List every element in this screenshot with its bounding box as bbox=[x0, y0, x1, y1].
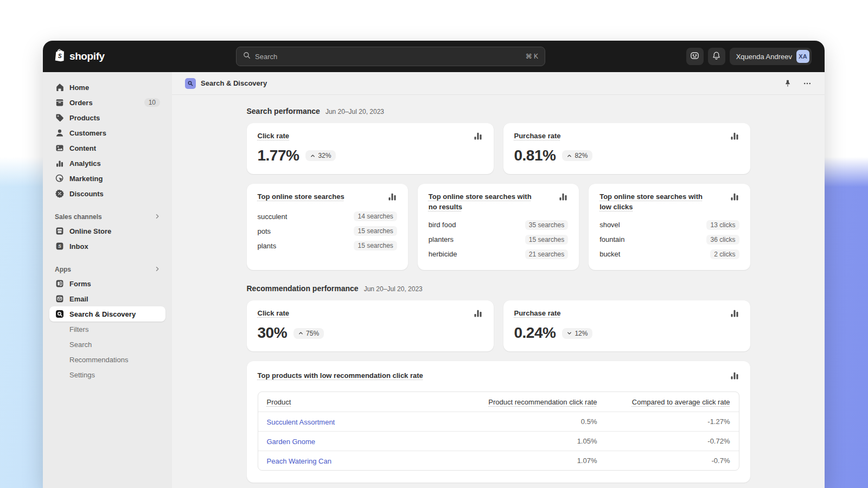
metric-value: 0.81% bbox=[514, 147, 556, 164]
sidekick-button[interactable] bbox=[686, 48, 704, 65]
view-report-icon[interactable] bbox=[730, 309, 739, 320]
sidebar-item-label: Forms bbox=[69, 280, 91, 288]
section-label: Apps bbox=[55, 266, 71, 273]
sidebar-subitem-search[interactable]: Search bbox=[49, 337, 165, 352]
search-term: fountain bbox=[599, 235, 624, 243]
shopify-logo[interactable]: S shopify bbox=[54, 41, 105, 72]
trend-badge: 12% bbox=[562, 328, 592, 339]
view-report-icon[interactable] bbox=[730, 192, 739, 204]
rec-purchase-rate-card: Purchase rate 0.24% 12% bbox=[503, 300, 750, 351]
sidebar-item-online-store[interactable]: Online Store bbox=[49, 223, 165, 239]
target-icon bbox=[55, 174, 65, 183]
search-term-row: herbicide 21 searches bbox=[429, 247, 568, 261]
person-icon bbox=[55, 128, 65, 138]
compared-value: -0.72% bbox=[597, 437, 730, 445]
card-title[interactable]: Top products with low recommendation cli… bbox=[258, 371, 423, 381]
orders-icon bbox=[55, 98, 65, 107]
sidebar-subitem-filters[interactable]: Filters bbox=[49, 322, 165, 337]
sidebar-item-orders[interactable]: Orders 10 bbox=[49, 95, 165, 110]
sidebar-subitem-label: Filters bbox=[69, 325, 88, 333]
search-count: 15 searches bbox=[354, 241, 397, 251]
chevron-right-icon bbox=[155, 213, 160, 221]
arrow-up-icon bbox=[567, 153, 572, 158]
notifications-button[interactable] bbox=[708, 48, 725, 65]
view-report-icon[interactable] bbox=[730, 371, 739, 383]
sidebar-item-label: Customers bbox=[69, 129, 106, 137]
metric-label[interactable]: Purchase rate bbox=[514, 309, 561, 319]
search-term-row: fountain 36 clicks bbox=[599, 232, 739, 247]
arrow-down-icon bbox=[567, 331, 572, 336]
card-title[interactable]: Top online store searches with no result… bbox=[429, 192, 537, 213]
search-term: plants bbox=[258, 242, 277, 250]
card-title[interactable]: Top online store searches bbox=[258, 192, 344, 202]
search-term: bucket bbox=[599, 250, 620, 258]
global-search[interactable]: ⌘ K bbox=[236, 47, 545, 66]
section-title: Recommendation performance bbox=[247, 284, 359, 293]
discount-icon bbox=[55, 189, 65, 198]
search-term: shovel bbox=[599, 221, 620, 229]
product-link[interactable]: Garden Gnome bbox=[267, 438, 316, 446]
search-count: 35 searches bbox=[525, 220, 568, 230]
arrow-up-icon bbox=[310, 153, 315, 158]
sidebar-item-label: Products bbox=[69, 114, 100, 122]
image-icon bbox=[55, 143, 65, 153]
product-link[interactable]: Peach Watering Can bbox=[267, 457, 331, 465]
sidebar-item-search-discovery[interactable]: Search & Discovery bbox=[49, 306, 165, 322]
search-performance-heading: Search performance Jun 20–Jul 20, 2023 bbox=[247, 107, 750, 115]
sidebar-item-email[interactable]: Email bbox=[49, 291, 165, 306]
sidebar-subitem-settings[interactable]: Settings bbox=[49, 367, 165, 382]
chevron-right-icon bbox=[155, 266, 160, 273]
view-report-icon[interactable] bbox=[387, 192, 397, 204]
card-title[interactable]: Top online store searches with low click… bbox=[599, 192, 708, 213]
sidebar-subitem-recommendations[interactable]: Recommendations bbox=[49, 352, 165, 367]
search-input[interactable] bbox=[255, 53, 521, 61]
search-term: pots bbox=[258, 227, 271, 235]
search-shortcut: ⌘ K bbox=[526, 53, 538, 60]
avatar: XA bbox=[796, 50, 809, 63]
click-rate-value: 1.07% bbox=[421, 457, 597, 465]
section-label: Sales channels bbox=[55, 213, 102, 221]
metric-label[interactable]: Click rate bbox=[258, 131, 290, 142]
sidebar-item-customers[interactable]: Customers bbox=[49, 125, 165, 140]
search-discovery-app-icon bbox=[55, 309, 65, 319]
more-actions-button[interactable] bbox=[803, 79, 812, 88]
sidebar-item-forms[interactable]: Forms bbox=[49, 276, 165, 291]
sidebar-item-products[interactable]: Products bbox=[49, 110, 165, 125]
search-term-row: bucket 2 clicks bbox=[599, 247, 739, 261]
sidebar-section-sales-channels[interactable]: Sales channels bbox=[49, 210, 165, 223]
column-header-click-rate[interactable]: Product recommendation click rate bbox=[488, 398, 597, 406]
sidebar-item-analytics[interactable]: Analytics bbox=[49, 156, 165, 171]
sidebar-item-label: Discounts bbox=[69, 190, 104, 198]
sidebar-item-home[interactable]: Home bbox=[49, 80, 165, 95]
view-report-icon[interactable] bbox=[558, 192, 568, 204]
view-report-icon[interactable] bbox=[473, 309, 483, 320]
search-count: 2 clicks bbox=[710, 249, 739, 259]
product-link[interactable]: Succulent Assortment bbox=[267, 418, 335, 426]
view-report-icon[interactable] bbox=[730, 131, 739, 143]
column-header-compared[interactable]: Compared to average click rate bbox=[632, 398, 730, 406]
search-discovery-page-icon bbox=[185, 78, 196, 89]
table-row: Peach Watering Can 1.07% -0.7% bbox=[258, 451, 739, 470]
shopify-bag-icon: S bbox=[54, 49, 66, 64]
user-name: Xquenda Andreev bbox=[736, 53, 792, 61]
sidebar-subitem-label: Recommendations bbox=[69, 356, 128, 364]
search-count: 15 searches bbox=[525, 235, 568, 245]
shopify-admin-window: S shopify ⌘ K Xquen bbox=[43, 41, 825, 488]
metric-label[interactable]: Click rate bbox=[258, 309, 290, 319]
sidebar-item-discounts[interactable]: Discounts bbox=[49, 186, 165, 201]
sidebar-item-content[interactable]: Content bbox=[49, 140, 165, 156]
sidebar-item-marketing[interactable]: Marketing bbox=[49, 171, 165, 186]
home-icon bbox=[55, 82, 65, 92]
user-menu[interactable]: Xquenda Andreev XA bbox=[730, 48, 812, 65]
trend-value: 32% bbox=[318, 152, 331, 159]
metric-label[interactable]: Purchase rate bbox=[514, 131, 561, 142]
shopify-logo-text: shopify bbox=[69, 50, 105, 62]
sidebar-section-apps[interactable]: Apps bbox=[49, 263, 165, 276]
column-header-product[interactable]: Product bbox=[267, 398, 291, 406]
sidebar-item-inbox[interactable]: S Inbox bbox=[49, 239, 165, 254]
pin-button[interactable] bbox=[783, 79, 792, 88]
trend-value: 12% bbox=[575, 330, 588, 337]
bar-chart-icon bbox=[55, 158, 65, 168]
view-report-icon[interactable] bbox=[473, 131, 483, 143]
sidebar-item-label: Content bbox=[69, 144, 96, 152]
